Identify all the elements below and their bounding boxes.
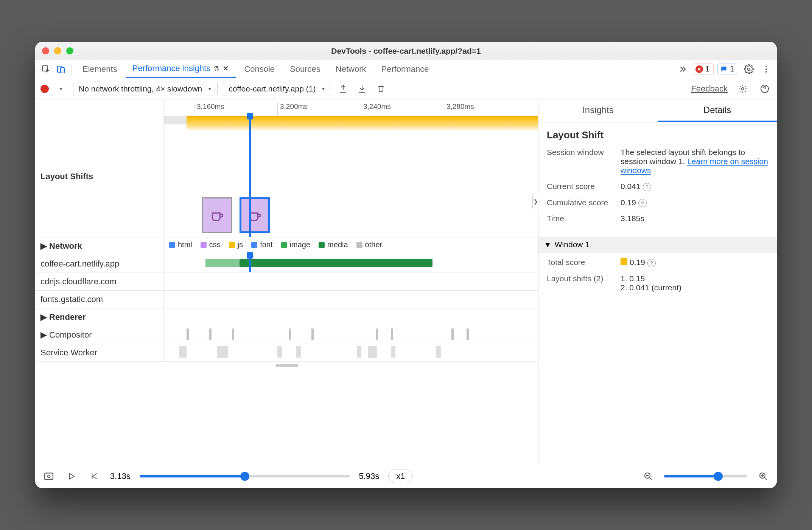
compositor-row: ▶ Compositor xyxy=(35,326,538,344)
speed-pill[interactable]: x1 xyxy=(388,470,413,483)
window1-disclosure[interactable]: ▼ Window 1 xyxy=(538,237,777,253)
flask-icon: ⚗︎ xyxy=(213,64,219,73)
zoom-slider[interactable] xyxy=(664,475,747,477)
time-slider[interactable] xyxy=(140,475,350,477)
network-host-body[interactable] xyxy=(164,255,538,272)
tab-label: Network xyxy=(336,64,366,74)
compositor-body[interactable] xyxy=(164,326,538,343)
help-icon[interactable]: ? xyxy=(638,199,647,207)
throttle-label: No network throttling, 4× slowdown xyxy=(79,84,202,93)
play-icon[interactable] xyxy=(65,470,78,483)
network-request-bar[interactable] xyxy=(205,259,240,267)
import-icon[interactable] xyxy=(355,82,369,96)
layout-shift-thumbnail[interactable] xyxy=(202,197,232,233)
errors-count: 1 xyxy=(705,65,709,73)
main-area: 3,160ms 3,200ms 3,240ms 3,280ms Layout S… xyxy=(35,99,777,464)
compositor-label[interactable]: ▶ Compositor xyxy=(35,326,164,344)
divider xyxy=(72,64,72,75)
tab-performance[interactable]: Performance xyxy=(375,60,436,78)
svg-point-3 xyxy=(748,68,750,70)
layout-shift-session-bar[interactable] xyxy=(187,116,538,131)
maximize-window-button[interactable] xyxy=(66,47,73,54)
throttle-select[interactable]: No network throttling, 4× slowdown ▼ xyxy=(73,82,218,96)
layout-shifts-list-row: Layout shifts (2) 1. 0.15 2. 0.041 (curr… xyxy=(547,274,768,292)
playhead[interactable] xyxy=(249,116,251,237)
window1-body: Total score 0.19? Layout shifts (2) 1. 0… xyxy=(538,253,777,306)
layout-shift-item[interactable]: 1. 0.15 xyxy=(621,274,768,283)
cumulative-score-label: Cumulative score xyxy=(547,198,613,208)
collapse-sidepanel-button[interactable]: ❯ xyxy=(532,194,538,209)
legend-swatch xyxy=(356,242,362,248)
errors-badge[interactable]: ✕ 1 xyxy=(693,64,714,74)
more-tabs-icon[interactable] xyxy=(675,62,689,76)
zoom-in-icon[interactable] xyxy=(756,470,770,483)
messages-badge[interactable]: 1 xyxy=(717,64,738,74)
network-host-label[interactable]: fonts.gstatic.com xyxy=(35,291,164,308)
layout-shift-item[interactable]: 2. 0.041 (current) xyxy=(621,283,768,292)
screenshot-toggle-icon[interactable] xyxy=(42,470,56,483)
tab-console[interactable]: Console xyxy=(237,60,282,78)
playhead xyxy=(249,255,251,272)
close-window-button[interactable] xyxy=(42,47,49,54)
tab-label: Performance xyxy=(381,64,429,74)
horizontal-scroll[interactable] xyxy=(35,362,538,369)
record-button[interactable] xyxy=(40,85,49,93)
network-host-label[interactable]: coffee-cart.netlify.app xyxy=(35,255,164,273)
help-icon[interactable]: ? xyxy=(643,183,651,191)
tab-label: Performance insights xyxy=(132,64,211,73)
renderer-label[interactable]: ▶ Renderer xyxy=(35,308,164,326)
panel-settings-icon[interactable] xyxy=(736,82,750,96)
layout-shifts-count-label: Layout shifts (2) xyxy=(547,274,613,292)
legend-label: other xyxy=(365,240,383,249)
legend-item: image xyxy=(281,240,310,249)
network-request-bar[interactable] xyxy=(240,259,432,267)
window-title: DevTools - coffee-cart.netlify.app/?ad=1 xyxy=(331,46,481,56)
legend-swatch xyxy=(319,242,325,248)
feedback-link[interactable]: Feedback xyxy=(691,84,728,94)
legend-item: other xyxy=(356,240,383,249)
network-host-body[interactable] xyxy=(164,291,538,306)
help-icon[interactable]: ? xyxy=(647,259,656,267)
delete-icon[interactable] xyxy=(374,82,388,96)
tab-sources[interactable]: Sources xyxy=(283,60,327,78)
minimize-window-button[interactable] xyxy=(54,47,61,54)
layout-shift-thumbnail-selected[interactable] xyxy=(240,197,270,233)
chevron-right-icon: ▶ xyxy=(40,241,47,251)
sidepanel-tab-insights[interactable]: Insights xyxy=(538,99,658,122)
renderer-body xyxy=(164,308,538,325)
chevron-down-icon: ▼ xyxy=(207,86,212,91)
jump-to-start-icon[interactable] xyxy=(87,470,101,483)
export-icon[interactable] xyxy=(336,82,350,96)
tab-performance-insights[interactable]: Performance insights ⚗︎ ✕ xyxy=(126,60,236,78)
sidepanel-tab-details[interactable]: Details xyxy=(658,99,777,122)
network-host-label[interactable]: cdnjs.cloudflare.com xyxy=(35,273,164,290)
legend-item: js xyxy=(229,240,243,249)
recording-select[interactable]: coffee-cart.netlify.app (1) ▼ xyxy=(223,82,331,96)
kebab-menu-icon[interactable] xyxy=(759,62,773,76)
network-host-row: coffee-cart.netlify.app xyxy=(35,255,538,273)
network-label[interactable]: ▶ Network xyxy=(35,237,164,255)
network-host-body[interactable] xyxy=(164,273,538,288)
inspect-icon[interactable] xyxy=(39,62,53,76)
start-time: 3.13s xyxy=(110,471,131,481)
error-icon: ✕ xyxy=(695,65,703,73)
zoom-out-icon[interactable] xyxy=(641,470,655,483)
service-worker-label[interactable]: Service Worker xyxy=(35,344,164,361)
svg-point-7 xyxy=(742,88,744,90)
network-host-row: cdnjs.cloudflare.com xyxy=(35,273,538,291)
ruler-row: 3,160ms 3,200ms 3,240ms 3,280ms xyxy=(35,99,538,116)
legend-label: media xyxy=(327,240,348,249)
time-ruler[interactable]: 3,160ms 3,200ms 3,240ms 3,280ms xyxy=(164,99,538,116)
current-score-value: 0.041? xyxy=(621,182,768,191)
layout-shifts-body[interactable] xyxy=(164,116,538,237)
legend-item: css xyxy=(201,240,221,249)
device-toolbar-icon[interactable] xyxy=(54,62,68,76)
help-icon[interactable] xyxy=(758,82,772,96)
record-menu-dropdown[interactable]: ▼ xyxy=(54,82,68,96)
tab-network[interactable]: Network xyxy=(329,60,373,78)
service-worker-body[interactable] xyxy=(164,344,538,361)
cumulative-score-value: 0.19? xyxy=(621,198,768,208)
tab-elements[interactable]: Elements xyxy=(76,60,124,78)
close-tab-icon[interactable]: ✕ xyxy=(222,64,229,73)
settings-icon[interactable] xyxy=(742,62,756,76)
